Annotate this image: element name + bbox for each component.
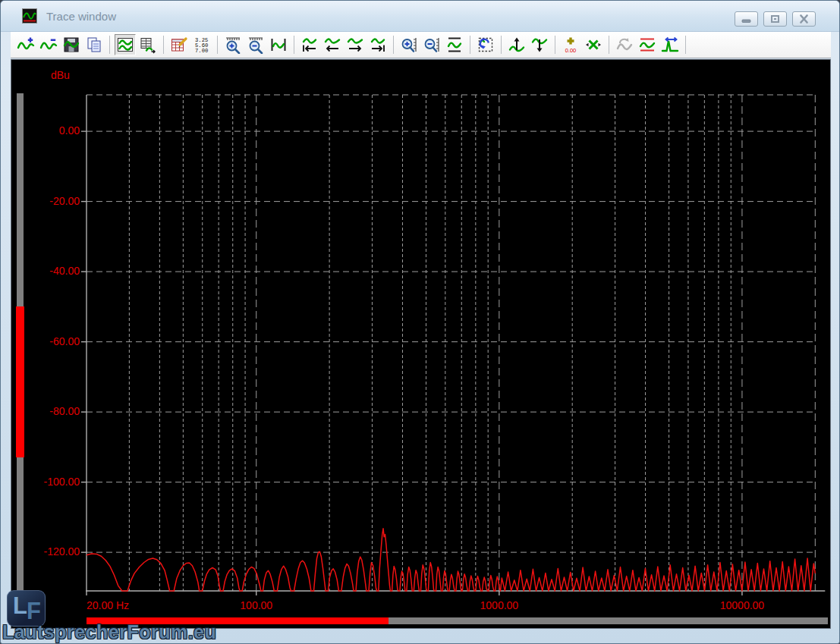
scroll-x-left-button[interactable] xyxy=(322,34,343,55)
fit-y-icon xyxy=(445,36,464,54)
fit-x-icon xyxy=(269,36,288,54)
y-range-indicator[interactable] xyxy=(16,306,24,457)
save-trace-icon xyxy=(62,36,80,54)
scroll-x-right-button[interactable] xyxy=(344,34,366,55)
toolbar-separator xyxy=(685,36,686,54)
toolbar-separator xyxy=(163,36,164,54)
watermark-logo-letter-l: L xyxy=(13,592,27,620)
move-trace-up-icon xyxy=(508,36,526,54)
x-tick-label: 1000.00 xyxy=(480,599,519,611)
move-trace-down-button[interactable] xyxy=(529,34,550,55)
trace-window-icon xyxy=(22,8,37,24)
scroll-x-left-icon xyxy=(323,36,341,54)
trace-limits-icon xyxy=(638,36,656,54)
show-values-icon: 3.25 5.60 7.00 xyxy=(193,36,211,54)
restore-icon xyxy=(770,14,780,24)
show-trace-graph-button[interactable] xyxy=(115,34,136,55)
noise-floor-trace xyxy=(87,529,815,591)
plot-content: 0.00-20.00-40.00-60.00-80.00-100.00-120.… xyxy=(11,59,831,629)
scroll-x-end-button[interactable] xyxy=(367,34,389,55)
previous-zoom-button xyxy=(614,34,635,55)
spectrum-plot[interactable] xyxy=(11,60,830,628)
show-trace-table-button[interactable] xyxy=(137,34,159,55)
titlebar[interactable]: Trace window xyxy=(1,1,839,32)
show-trace-graph-icon xyxy=(116,36,134,54)
zoom-out-y-button[interactable] xyxy=(421,34,442,55)
toolbar-separator xyxy=(217,36,218,54)
show-trace-table-icon xyxy=(139,36,157,54)
add-offset-button[interactable]: 0.00 xyxy=(560,34,581,55)
add-trace-button[interactable] xyxy=(15,34,36,55)
minimize-button[interactable] xyxy=(735,11,758,27)
close-icon xyxy=(799,14,809,24)
zoom-in-x-icon xyxy=(224,36,242,54)
toolbar-separator xyxy=(294,36,294,54)
minimize-icon xyxy=(741,14,751,24)
previous-zoom-icon xyxy=(615,36,634,54)
remove-offset-icon xyxy=(584,36,602,54)
x-tick-label: 20.00 Hz xyxy=(87,599,129,611)
y-range-scrollbar[interactable] xyxy=(17,93,24,591)
time-shift-icon xyxy=(661,36,679,54)
zoom-to-selection-button[interactable] xyxy=(475,34,496,55)
save-trace-button[interactable] xyxy=(61,34,82,55)
fit-x-button[interactable] xyxy=(268,34,289,55)
zoom-out-x-icon xyxy=(247,36,265,54)
move-trace-up-button[interactable] xyxy=(506,34,527,55)
subtract-trace-button[interactable] xyxy=(38,34,59,55)
window-controls xyxy=(735,11,816,27)
scroll-x-start-icon xyxy=(300,36,319,54)
zoom-out-y-icon xyxy=(423,36,441,54)
toolbar-separator xyxy=(609,36,609,54)
zoom-out-x-button[interactable] xyxy=(245,34,266,55)
show-values-button[interactable]: 3.25 5.60 7.00 xyxy=(191,34,212,55)
scroll-x-start-button[interactable] xyxy=(299,34,320,55)
subtract-trace-icon xyxy=(39,36,58,54)
toolbar: 3.25 5.60 7.00 xyxy=(11,32,831,58)
zoom-in-y-icon xyxy=(400,36,418,54)
copy-trace-button[interactable] xyxy=(83,34,105,55)
restore-button[interactable] xyxy=(763,11,787,27)
toolbar-separator xyxy=(470,36,470,54)
svg-text:7.00: 7.00 xyxy=(195,48,208,54)
close-button[interactable] xyxy=(792,11,816,27)
trace-window: Trace window xyxy=(0,0,840,644)
trace-limits-button[interactable] xyxy=(637,34,658,55)
window-title: Trace window xyxy=(46,10,116,23)
zoom-to-selection-icon xyxy=(477,36,495,54)
toolbar-separator xyxy=(109,36,110,54)
scroll-x-end-icon xyxy=(369,36,387,54)
add-trace-icon xyxy=(17,36,35,54)
zoom-in-x-button[interactable] xyxy=(222,34,244,55)
y-axis-unit-label: dBu xyxy=(51,69,70,81)
time-shift-button[interactable] xyxy=(659,34,681,55)
toolbar-separator xyxy=(501,36,502,54)
edit-trace-data-icon xyxy=(170,36,188,54)
toolbar-separator xyxy=(393,36,394,54)
copy-trace-icon xyxy=(85,36,103,54)
toolbar-separator xyxy=(555,36,555,54)
edit-trace-data-button[interactable] xyxy=(168,34,190,55)
zoom-in-y-button[interactable] xyxy=(398,34,420,55)
move-trace-down-icon xyxy=(530,36,549,54)
watermark-text: LautsprecherForum.eu xyxy=(2,621,216,643)
add-offset-icon: 0.00 xyxy=(562,36,580,54)
scroll-x-right-icon xyxy=(346,36,364,54)
svg-text:0.00: 0.00 xyxy=(565,47,577,54)
x-tick-label: 10000.00 xyxy=(720,599,764,611)
x-tick-label: 100.00 xyxy=(240,599,272,611)
remove-offset-button[interactable] xyxy=(583,34,604,55)
fit-y-button[interactable] xyxy=(444,34,465,55)
